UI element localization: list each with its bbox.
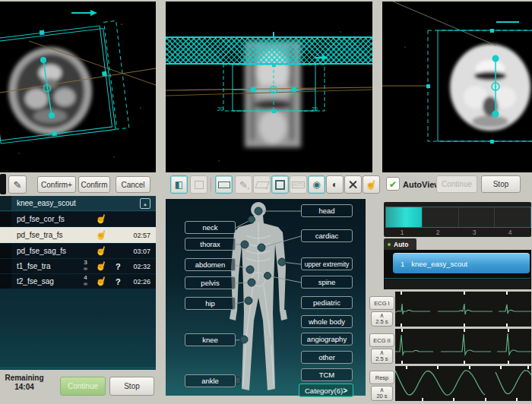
region-head[interactable]: head xyxy=(301,204,353,217)
drag-hand-icon xyxy=(96,276,107,286)
autoview-label: AutoView xyxy=(403,180,441,189)
sequence-name: t2_fse_sag xyxy=(17,277,54,286)
queue-row[interactable]: pd_fse_cor_fs xyxy=(0,212,156,226)
timeline-bar[interactable] xyxy=(385,207,531,228)
sequence-bar-name: knee_easy_scout xyxy=(411,260,467,268)
queue-row[interactable]: pd_fse_sag_fs 03:07 xyxy=(0,244,156,258)
filter-button[interactable] xyxy=(308,175,325,194)
scout-display-icon[interactable] xyxy=(140,198,150,209)
pan-button[interactable] xyxy=(363,175,380,194)
wrench-icon xyxy=(348,180,358,190)
sequence-name: t1_fse_tra xyxy=(17,262,50,270)
ecg2-scale-button[interactable]: 2.5 s xyxy=(371,349,393,364)
drag-hand-icon xyxy=(96,229,107,240)
timeline-divider xyxy=(422,207,423,227)
toolbar-separator xyxy=(211,178,211,191)
sequence-name: pd_fse_cor_fs xyxy=(17,215,65,223)
hand-icon xyxy=(366,179,377,190)
pending-question-mark: ? xyxy=(116,262,121,271)
queue-progress-line xyxy=(0,368,156,368)
fisheye-icon xyxy=(312,179,320,190)
autoview-stop-button[interactable]: Stop xyxy=(481,175,521,193)
region-angiography[interactable]: angiography xyxy=(301,333,353,346)
ecg1-scale-value: 2.5 s xyxy=(375,319,388,325)
fov-button[interactable] xyxy=(271,175,289,194)
region-tcm[interactable]: TCM xyxy=(301,368,353,381)
queue-row-scout[interactable]: knee_easy_scout xyxy=(0,196,156,211)
resp-scale-value: 20 s xyxy=(376,393,387,399)
scan-view-axial-left[interactable] xyxy=(0,2,156,172)
tools-button[interactable] xyxy=(344,175,362,194)
graphics-overlay-axial[interactable] xyxy=(0,2,156,172)
slice-group-button[interactable] xyxy=(215,175,233,194)
region-cardiac[interactable]: cardiac xyxy=(301,229,353,242)
confirm-button[interactable]: Confirm xyxy=(78,176,110,193)
row-gutter xyxy=(0,259,11,273)
region-pediatric[interactable]: pediatric xyxy=(301,296,353,309)
confirm-plus-button[interactable]: Confirm+ xyxy=(37,176,76,193)
resp-label-button[interactable]: Resp xyxy=(369,371,394,384)
resp-scale-button[interactable]: 20 s xyxy=(371,386,393,401)
exam-stop-button[interactable]: Stop xyxy=(109,377,154,396)
active-sequence-bar[interactable]: 1 knee_easy_scout xyxy=(393,253,530,273)
region-thorax[interactable]: thorax xyxy=(185,238,236,251)
ecg2-label-button[interactable]: ECG II xyxy=(369,333,394,347)
chain-icon xyxy=(84,281,87,287)
ecg1-label-button[interactable]: ECG I xyxy=(369,296,394,310)
graphics-overlay-axial-2[interactable] xyxy=(382,2,532,172)
region-ankle[interactable]: ankle xyxy=(185,374,236,387)
queue-row-selected[interactable]: pd_fse_tra_fs 02:57 xyxy=(0,227,156,243)
cancel-button[interactable]: Cancel xyxy=(116,176,150,193)
physio-row-resp: Resp 20 s xyxy=(368,366,531,401)
scan-duration: 02:57 xyxy=(133,232,150,239)
center-measure-handle xyxy=(40,57,55,118)
region-pelvis[interactable]: pelvis xyxy=(185,276,236,289)
direction-arrow-icon xyxy=(71,10,97,16)
ecg2-waveform xyxy=(395,329,531,364)
plus-glyph: + xyxy=(265,186,268,191)
arrow-up-icon xyxy=(143,199,147,208)
exam-continue-button[interactable]: Continue xyxy=(60,377,106,396)
region-hip[interactable]: hip xyxy=(185,297,236,310)
queue-row[interactable]: t2_fse_sag 4 ? 02:26 xyxy=(0,274,156,289)
queue-row[interactable]: t1_fse_tra 3 ? 02:32 xyxy=(0,259,156,273)
region-neck[interactable]: neck xyxy=(185,221,236,234)
row-gutter xyxy=(0,274,11,289)
region-upper-extremity[interactable]: upper extremity xyxy=(301,257,353,270)
autoview-checkbox[interactable] xyxy=(386,177,400,191)
timeline-tick: 2 xyxy=(433,229,442,236)
layout-alt-button[interactable] xyxy=(190,175,207,194)
queue-separator-line xyxy=(385,278,530,279)
sequence-name: knee_easy_scout xyxy=(17,199,76,207)
ecg1-waveform xyxy=(395,292,531,327)
region-whole-body[interactable]: whole body xyxy=(301,315,353,328)
layout-toggle-button[interactable] xyxy=(170,175,188,194)
autoview-continue-button[interactable]: Continue xyxy=(436,175,477,193)
auto-position-button[interactable]: AUTO xyxy=(290,175,307,194)
add-band-button[interactable]: + xyxy=(253,175,271,194)
graphics-overlay-coronal[interactable] xyxy=(166,2,372,172)
split-view-icon xyxy=(175,179,183,190)
row-gutter xyxy=(0,196,11,210)
mri-console-screen: 20 20 xyxy=(0,0,532,404)
edit-button[interactable] xyxy=(8,175,27,194)
plus-glyph: + xyxy=(247,186,250,191)
link-badge: 3 xyxy=(84,260,87,272)
region-spine[interactable]: spine xyxy=(301,276,353,289)
windowing-button[interactable] xyxy=(326,175,344,194)
timeline-progress-fill xyxy=(386,207,422,227)
autoview-queue-area: 1 knee_easy_scout xyxy=(384,250,531,289)
scan-view-coronal[interactable]: 20 20 xyxy=(166,2,372,172)
region-other[interactable]: other xyxy=(301,351,353,364)
ecg1-scale-button[interactable]: 2.5 s xyxy=(371,311,393,327)
row-gutter xyxy=(0,212,11,226)
region-abdomen[interactable]: abdomen xyxy=(185,258,236,271)
chevron-right-icon xyxy=(343,387,347,395)
remaining-time: 14:04 xyxy=(0,383,49,392)
add-slice-button[interactable]: + xyxy=(235,175,252,194)
region-knee[interactable]: knee xyxy=(185,333,236,346)
auto-tab[interactable]: Auto xyxy=(384,238,416,250)
scan-view-axial-right[interactable] xyxy=(382,2,532,172)
auto-tab-label: Auto xyxy=(394,241,408,248)
category-button[interactable]: Category(6) xyxy=(299,383,353,397)
